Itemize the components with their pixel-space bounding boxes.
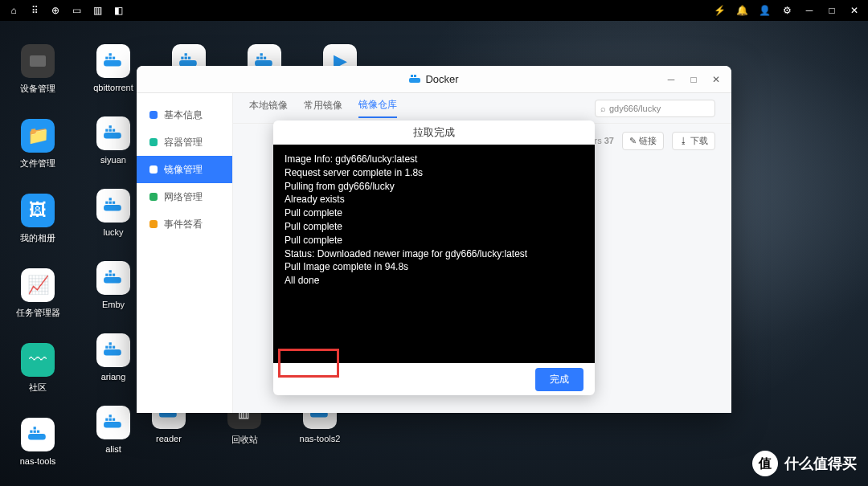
svg-rect-38 bbox=[188, 57, 190, 59]
grid-icon[interactable]: ⠿ bbox=[29, 5, 40, 16]
icon-label: lucky bbox=[103, 227, 123, 237]
titlebar[interactable]: Docker ─ □ ✕ bbox=[137, 66, 731, 93]
docker-logo-icon bbox=[409, 75, 420, 84]
desktop-icon-qbittorrent[interactable]: qbittorrent bbox=[88, 44, 139, 92]
sidebar-item-label: 事件答看 bbox=[164, 218, 203, 231]
close-icon[interactable]: ✕ bbox=[849, 5, 860, 16]
max-icon[interactable]: □ bbox=[826, 5, 837, 16]
user-icon[interactable]: 👤 bbox=[759, 5, 770, 16]
window-minimize-button[interactable]: ─ bbox=[661, 70, 682, 89]
sidebar-item-事件答看[interactable]: 事件答看 bbox=[137, 210, 232, 238]
svg-rect-25 bbox=[104, 349, 121, 356]
desktop-icon-社区[interactable]: 〰社区 bbox=[12, 343, 63, 394]
icon-label: 我的相册 bbox=[20, 232, 55, 244]
sidebar-item-基本信息[interactable]: 基本信息 bbox=[137, 101, 232, 129]
terminal-line: Pull complete bbox=[285, 220, 583, 234]
menu-icon[interactable]: ⌂ bbox=[8, 5, 19, 16]
icon-label: reader bbox=[156, 434, 182, 443]
terminal-line: Pull complete bbox=[285, 234, 583, 247]
window-maximize-button[interactable]: □ bbox=[683, 70, 704, 89]
app-icon[interactable]: ◧ bbox=[113, 5, 124, 16]
link-button[interactable]: ✎链接 bbox=[622, 132, 664, 150]
svg-rect-14 bbox=[109, 125, 112, 128]
svg-rect-22 bbox=[109, 274, 112, 276]
terminal-line: Image Info: gdy666/lucky:latest bbox=[285, 153, 583, 166]
svg-rect-20 bbox=[104, 277, 121, 284]
window-close-button[interactable]: ✕ bbox=[706, 70, 727, 89]
svg-rect-12 bbox=[109, 129, 112, 132]
desktop-icon-siyuan[interactable]: siyuan bbox=[88, 116, 139, 165]
svg-rect-18 bbox=[113, 202, 115, 204]
desktop-icon-lucky[interactable]: lucky bbox=[88, 189, 139, 237]
svg-rect-6 bbox=[105, 57, 108, 59]
watermark-text: 什么值得买 bbox=[784, 454, 857, 473]
sidebar-item-容器管理[interactable]: 容器管理 bbox=[137, 129, 232, 156]
sidebar-item-label: 网络管理 bbox=[164, 190, 203, 204]
desktop-icon-Emby[interactable]: Emby bbox=[88, 261, 139, 309]
modal-title: 拉取完成 bbox=[273, 120, 595, 145]
svg-rect-4 bbox=[34, 427, 36, 429]
svg-rect-15 bbox=[104, 205, 121, 211]
svg-rect-44 bbox=[260, 53, 263, 55]
sidebar: 基本信息容器管理镜像管理网络管理事件答看 bbox=[137, 93, 233, 413]
sidebar-dot-icon bbox=[149, 138, 158, 146]
svg-rect-0 bbox=[28, 434, 46, 440]
svg-rect-8 bbox=[113, 57, 115, 59]
sidebar-dot-icon bbox=[149, 193, 158, 201]
icon-label: alist bbox=[105, 444, 121, 454]
desktop-icon-文件管理[interactable]: 📁文件管理 bbox=[12, 119, 63, 169]
svg-rect-2 bbox=[34, 431, 36, 433]
icon-label: nas-tools bbox=[20, 456, 56, 466]
search-icon: ⌕ bbox=[600, 104, 606, 113]
desktop-icon-任务管理器[interactable]: 📈任务管理器 bbox=[12, 268, 63, 319]
sidebar-item-镜像管理[interactable]: 镜像管理 bbox=[137, 156, 232, 183]
download-button[interactable]: ⭳下载 bbox=[672, 132, 715, 150]
folder-icon[interactable]: ▥ bbox=[92, 5, 103, 16]
tabs-row: 本地镜像常用镜像镜像仓库⌕gdy666/lucky bbox=[233, 93, 731, 124]
desktop-icon-alist[interactable]: alist bbox=[88, 406, 139, 454]
svg-rect-32 bbox=[109, 419, 112, 421]
desktop-icon-nas-tools[interactable]: nas-tools bbox=[12, 418, 63, 466]
terminal-line: Status: Downloaded newer image for gdy66… bbox=[285, 247, 583, 261]
gear-icon[interactable]: ⚙ bbox=[781, 5, 792, 16]
globe-icon[interactable]: ⊕ bbox=[50, 5, 61, 16]
svg-rect-13 bbox=[113, 129, 115, 132]
svg-rect-33 bbox=[113, 419, 115, 421]
sidebar-item-网络管理[interactable]: 网络管理 bbox=[137, 183, 232, 210]
terminal-line: Pull Image complete in 94.8s bbox=[285, 260, 583, 274]
svg-rect-5 bbox=[104, 60, 121, 67]
icon-label: siyuan bbox=[100, 155, 126, 165]
watermark-badge: 值 bbox=[752, 451, 778, 476]
svg-rect-19 bbox=[109, 198, 112, 200]
desktop-icon-设备管理[interactable]: 设备管理 bbox=[12, 44, 63, 95]
bell-icon[interactable]: 🔔 bbox=[736, 5, 747, 16]
icon-label: qbittorrent bbox=[93, 83, 133, 92]
bolt-icon[interactable]: ⚡ bbox=[714, 5, 725, 16]
taskbar: ⌂⠿⊕▭▥◧ ⚡🔔👤⚙─□✕ bbox=[0, 0, 868, 21]
desktop-icon-我的相册[interactable]: 🖼我的相册 bbox=[12, 194, 63, 244]
icon-label: 任务管理器 bbox=[16, 307, 60, 319]
tab-常用镜像[interactable]: 常用镜像 bbox=[304, 99, 342, 117]
svg-rect-56 bbox=[411, 75, 413, 77]
sidebar-dot-icon bbox=[149, 220, 158, 228]
svg-rect-36 bbox=[181, 57, 183, 59]
svg-rect-57 bbox=[414, 75, 416, 77]
sidebar-dot-icon bbox=[149, 111, 158, 119]
terminal-line: Request server complete in 1.8s bbox=[285, 166, 583, 180]
terminal-output: Image Info: gdy666/lucky:latestRequest s… bbox=[273, 145, 595, 363]
svg-rect-39 bbox=[185, 53, 187, 55]
tab-本地镜像[interactable]: 本地镜像 bbox=[249, 99, 288, 117]
svg-rect-55 bbox=[409, 78, 420, 83]
min-icon[interactable]: ─ bbox=[804, 5, 815, 16]
svg-rect-34 bbox=[109, 415, 112, 417]
icon-label: ariang bbox=[101, 372, 126, 382]
done-button[interactable]: 完成 bbox=[535, 368, 583, 391]
stars-count: 37 bbox=[604, 136, 614, 145]
svg-rect-43 bbox=[264, 57, 266, 59]
search-input[interactable]: ⌕gdy666/lucky bbox=[595, 100, 715, 117]
desktop-icon-ariang[interactable]: ariang bbox=[88, 333, 139, 382]
icon-label: 回收站 bbox=[231, 434, 258, 446]
tab-镜像仓库[interactable]: 镜像仓库 bbox=[358, 98, 397, 118]
tv-icon[interactable]: ▭ bbox=[71, 5, 82, 16]
svg-rect-41 bbox=[256, 57, 259, 59]
